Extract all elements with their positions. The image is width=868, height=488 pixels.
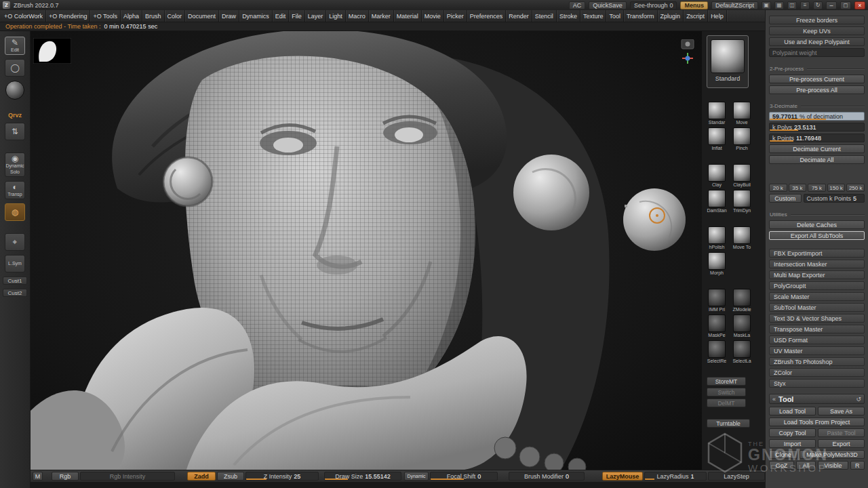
active-brush-standard[interactable]: Standard (707, 35, 749, 88)
preprocess-current-button[interactable]: Pre-process Current (769, 75, 865, 83)
k-points-slider[interactable]: k Points 11.76948 (769, 134, 865, 142)
zsub-button[interactable]: Zsub (217, 472, 244, 481)
menu-item-tool[interactable]: Tool (606, 10, 624, 22)
menu-item-material[interactable]: Material (394, 10, 422, 22)
refresh-icon[interactable]: ↻ (813, 1, 823, 9)
menu-item-alpha[interactable]: Alpha (121, 10, 142, 22)
current-material-sphere[interactable] (5, 81, 24, 100)
swatch-grid-icon[interactable]: ▣ (762, 1, 771, 9)
draw-pointer-button[interactable]: ◯ (5, 59, 25, 77)
qrvz-button[interactable]: Qrvz (8, 112, 22, 119)
decimate-current-button[interactable]: Decimate Current (769, 144, 865, 153)
menu-item-preferences[interactable]: Preferences (467, 10, 507, 22)
brush-move-topological[interactable]: Move To (732, 226, 752, 249)
brush-masklasso[interactable]: MaskLa (732, 314, 752, 338)
menu-item-tools[interactable]: +O Tools (90, 10, 121, 22)
lazyradius-slider[interactable]: LazyRadius 1 (644, 472, 707, 481)
load-tools-from-project-button[interactable]: Load Tools From Project (769, 418, 865, 426)
clone-button[interactable]: Clone (769, 450, 797, 459)
make-polymesh3d-button[interactable]: Make PolyMesh3D (800, 450, 865, 459)
save-as-button[interactable]: Save As (818, 407, 865, 415)
m-button[interactable]: M (33, 472, 43, 481)
load-tool-button[interactable]: Load Tool (769, 407, 816, 415)
z-intensity-slider[interactable]: Z Intensity 25 (245, 472, 319, 481)
ghost-button[interactable]: ◍ (5, 203, 25, 221)
goz-button[interactable]: GoZ (769, 461, 794, 470)
ac-button[interactable]: AC (569, 1, 586, 9)
menu-item-macro[interactable]: Macro (346, 10, 369, 22)
rgb-button[interactable]: Rgb (52, 472, 79, 481)
custom-button[interactable]: Custom (769, 194, 802, 203)
quicksave-button[interactable]: QuickSave (589, 1, 627, 9)
brush-move[interactable]: Move (732, 102, 752, 125)
brush-claybuildup[interactable]: ClayBuil (732, 164, 752, 187)
focal-shift-slider[interactable]: Focal Shift 0 (430, 472, 498, 481)
menu-item-picker[interactable]: Picker (444, 10, 467, 22)
menu-item-color[interactable]: Color (165, 10, 186, 22)
cust2-button[interactable]: Cust2 (3, 289, 27, 297)
menu-item-zscript[interactable]: Zscript (684, 10, 708, 22)
export-all-subtools-button[interactable]: Export All SubTools (769, 231, 865, 240)
store-mt-button[interactable]: StoreMT (707, 377, 746, 386)
menu-item-file[interactable]: File (289, 10, 305, 22)
delete-caches-button[interactable]: Delete Caches (769, 220, 865, 229)
brush-standard[interactable]: Standar (707, 102, 727, 125)
menu-item-draw[interactable]: Draw (219, 10, 239, 22)
maximize-button[interactable]: □ (840, 1, 851, 9)
close-button[interactable]: × (854, 1, 865, 9)
brush-modifier-slider[interactable]: Brush Modifier 0 (509, 472, 585, 481)
brush-hpolish[interactable]: hPolish (707, 226, 727, 249)
r-button[interactable]: R (850, 461, 865, 470)
import-button[interactable]: Import (769, 439, 816, 448)
preprocess-all-button[interactable]: Pre-process All (769, 85, 865, 94)
transp-button[interactable]: ◐ Transp (5, 181, 25, 199)
plugin-intersection-masker[interactable]: Intersection Masker (769, 260, 865, 268)
preset-150k-button[interactable]: 150 k (827, 184, 846, 192)
brush-trimdynamic[interactable]: TrimDyn (732, 190, 752, 213)
menu-item-render[interactable]: Render (506, 10, 532, 22)
menu-item-marker[interactable]: Marker (369, 10, 394, 22)
menu-item-rendering[interactable]: +O Rendering (46, 10, 90, 22)
layout-icon[interactable]: ◫ (787, 1, 797, 9)
keep-uvs-toggle[interactable]: Keep UVs (769, 26, 865, 35)
turntable-button[interactable]: Turntable (707, 419, 750, 428)
sculpt-viewport[interactable] (31, 31, 702, 470)
menu-item-document[interactable]: Document (185, 10, 219, 22)
brush-damstandard[interactable]: DamStan (707, 190, 727, 213)
freeze-borders-toggle[interactable]: Freeze borders (769, 16, 865, 24)
polypaint-weight-slider[interactable]: Polypaint weight (769, 48, 865, 57)
plugin-scale-master[interactable]: Scale Master (769, 292, 865, 301)
brush-imm-primitives[interactable]: IMM Pri (707, 289, 727, 312)
menu-item-movie[interactable]: Movie (422, 10, 444, 22)
menu-item-texture[interactable]: Texture (580, 10, 607, 22)
menu-item-zplugin[interactable]: Zplugin (658, 10, 684, 22)
tool-preview-thumbnail[interactable] (33, 38, 71, 64)
paste-tool-button[interactable]: Paste Tool (818, 428, 865, 437)
plugin-zbrush-to-photoshop[interactable]: ZBrush To Photoshop (769, 357, 865, 366)
brush-zmodeler[interactable]: ZModele (732, 289, 752, 312)
menu-item-transform[interactable]: Transform (624, 10, 658, 22)
use-keep-polypaint-toggle[interactable]: Use and Keep Polypaint (769, 37, 865, 46)
plugin-styx[interactable]: Styx (769, 379, 865, 388)
brush-clay[interactable]: Clay (707, 164, 727, 187)
menu-item-dynamics[interactable]: Dynamics (239, 10, 273, 22)
brush-selectlasso[interactable]: SelectLa (732, 340, 752, 363)
k-polys-slider[interactable]: k Polys 23.5131 (769, 123, 865, 131)
tool-palette-header[interactable]: « Tool ↺ (769, 394, 865, 404)
menu-item-layer[interactable]: Layer (305, 10, 327, 22)
axis-gizmo[interactable] (679, 39, 696, 68)
plugin-polygroupit[interactable]: PolyGroupIt (769, 281, 865, 290)
menu-lines-icon[interactable]: ≡ (800, 1, 810, 9)
menu-item-stencil[interactable]: Stencil (532, 10, 557, 22)
local-symmetry-button[interactable]: L.Sym (5, 255, 25, 272)
menus-button[interactable]: Menus (680, 1, 708, 9)
plugin-multi-map-exporter[interactable]: Multi Map Exporter (769, 270, 865, 279)
pin-button[interactable]: ⌖ (5, 233, 25, 251)
del-mt-button[interactable]: DelMT (707, 399, 746, 407)
menu-item-stroke[interactable]: Stroke (557, 10, 580, 22)
draw-size-slider[interactable]: Draw Size 15.55142 (324, 472, 401, 481)
zadd-button[interactable]: Zadd (187, 472, 216, 481)
brush-inflat[interactable]: Inflat (707, 127, 727, 150)
rgb-intensity-slider[interactable]: Rgb Intensity (80, 472, 175, 481)
menu-item-light[interactable]: Light (326, 10, 346, 22)
